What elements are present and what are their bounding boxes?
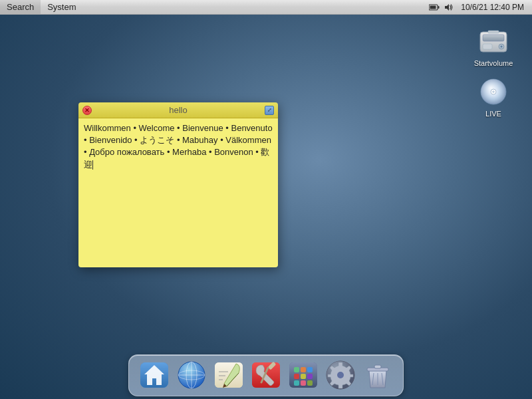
dock-background (128, 354, 404, 396)
live-icon-img (477, 76, 509, 108)
menubar: Search System 10/6/21 12:40 PM (0, 0, 532, 15)
svg-marker-3 (445, 4, 449, 11)
live-label: LIVE (483, 109, 503, 119)
trash-icon (360, 358, 395, 392)
menubar-left: Search System (0, 0, 83, 14)
startvolume-icon[interactable]: Startvolume (467, 25, 520, 68)
svg-rect-38 (307, 374, 313, 379)
browser-icon (174, 358, 209, 392)
apps-icon (286, 358, 321, 392)
svg-rect-33 (294, 367, 299, 372)
dock-item-browser[interactable] (174, 358, 209, 392)
finder-icon (137, 358, 172, 392)
sticky-content[interactable]: Willkommen • Welcome • Bienvenue • Benve… (78, 118, 278, 267)
startvolume-icon-img (477, 25, 509, 57)
menubar-search[interactable]: Search (0, 0, 41, 14)
svg-rect-48 (374, 365, 381, 368)
svg-rect-1 (438, 6, 440, 9)
dock-item-trash[interactable] (360, 358, 395, 392)
svg-rect-36 (294, 374, 299, 379)
startvolume-label: Startvolume (472, 59, 515, 68)
dock-item-settings[interactable] (323, 358, 358, 392)
svg-rect-5 (483, 35, 504, 41)
svg-rect-37 (301, 374, 306, 379)
dock-item-finder[interactable] (137, 358, 172, 392)
tools-icon (249, 358, 283, 392)
svg-point-8 (501, 46, 503, 48)
settings-icon (323, 358, 358, 392)
sticky-title: hello (78, 105, 278, 115)
text-cursor (92, 160, 93, 170)
dock-item-apps[interactable] (286, 358, 321, 392)
svg-rect-35 (307, 367, 313, 372)
menubar-system[interactable]: System (41, 0, 82, 14)
svg-rect-39 (294, 380, 299, 386)
menubar-right: 10/6/21 12:40 PM (429, 3, 532, 12)
quill-icon (211, 358, 246, 392)
svg-point-13 (492, 90, 495, 93)
sticky-titlebar: ✕ hello ⤢ (78, 102, 278, 118)
live-icon[interactable]: LIVE (467, 76, 520, 119)
sticky-close-button[interactable]: ✕ (82, 106, 92, 115)
svg-point-46 (337, 372, 344, 378)
sticky-note-window: ✕ hello ⤢ Willkommen • Welcome • Bienven… (78, 102, 278, 267)
sticky-text: Willkommen • Welcome • Bienvenue • Benve… (84, 123, 273, 170)
dock-item-tools[interactable] (249, 358, 283, 392)
svg-rect-2 (430, 5, 436, 9)
desktop: Startvolume (0, 15, 532, 347)
menubar-datetime: 10/6/21 12:40 PM (458, 3, 527, 12)
dock (0, 347, 532, 399)
battery-icon (429, 3, 440, 12)
svg-rect-9 (488, 31, 499, 33)
svg-rect-34 (301, 367, 306, 372)
sticky-expand-button[interactable]: ⤢ (265, 106, 274, 115)
svg-rect-40 (301, 380, 306, 386)
svg-rect-6 (483, 44, 492, 49)
dock-item-quill[interactable] (211, 358, 246, 392)
volume-icon (444, 3, 454, 12)
svg-rect-41 (307, 380, 313, 386)
